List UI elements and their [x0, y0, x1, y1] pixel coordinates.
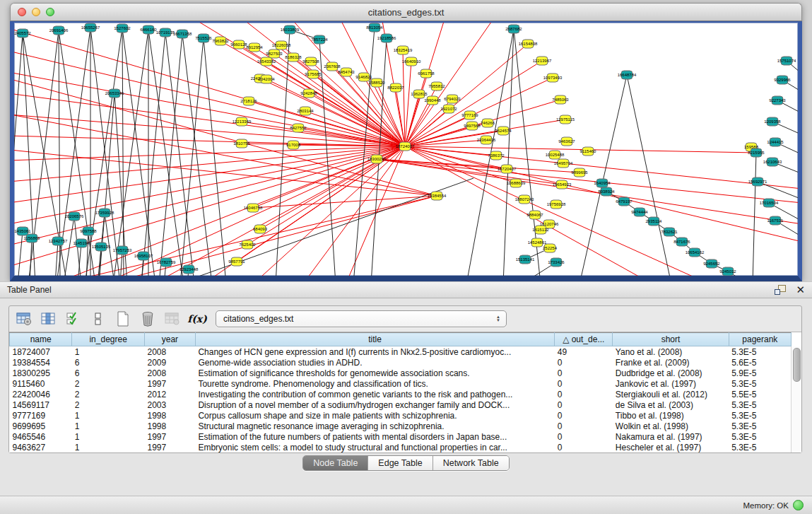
network-node[interactable]: 7832621 — [661, 228, 678, 236]
select-rows-icon[interactable] — [64, 310, 83, 328]
tab-node-table[interactable]: Node Table — [303, 456, 367, 470]
network-node[interactable]: 1156869 — [24, 234, 41, 243]
import-table-icon[interactable] — [163, 310, 182, 328]
table-row[interactable]: 969969511998Structural magnetic resonanc… — [10, 421, 792, 431]
tab-network-table[interactable]: Network Table — [433, 456, 509, 470]
close-window-button[interactable] — [18, 8, 26, 16]
network-node[interactable]: 12213369 — [233, 117, 252, 126]
column-header-short[interactable]: short — [613, 333, 729, 346]
network-node[interactable]: 15751074 — [777, 57, 796, 65]
table-row[interactable]: 2242004622012Investigating the contribut… — [10, 389, 792, 399]
table-vertical-scrollbar[interactable] — [791, 346, 801, 452]
network-node[interactable]: 20206576 — [65, 212, 84, 221]
close-panel-icon[interactable]: ✕ — [796, 285, 805, 295]
column-header-name[interactable]: name — [10, 333, 72, 346]
network-node[interactable]: 8471676 — [673, 238, 690, 246]
network-node[interactable]: 9115460 — [580, 147, 597, 156]
network-node[interactable]: 16648784 — [618, 71, 637, 79]
network-node[interactable]: 18226058 — [272, 41, 291, 49]
network-node[interactable]: 16640910 — [402, 57, 421, 66]
network-node[interactable]: 7515526 — [195, 34, 212, 42]
network-node[interactable]: 7857224 — [311, 35, 328, 44]
table-row[interactable]: 1830029562008Estimation of significance … — [10, 368, 792, 378]
network-node[interactable]: 8938924 — [598, 187, 615, 196]
column-header-out_de[interactable]: △ out_de... — [555, 333, 613, 346]
network-node[interactable]: 8822037 — [387, 83, 404, 92]
network-node[interactable]: 9884067 — [526, 211, 543, 219]
network-node[interactable]: 10655267 — [81, 23, 100, 32]
network-node[interactable]: 746266 — [481, 119, 495, 127]
network-node[interactable]: 9463627 — [558, 137, 575, 146]
network-node[interactable]: 19756928 — [547, 200, 566, 209]
table-row[interactable]: 946362711997Embryonic stem cells: a mode… — [10, 442, 792, 452]
network-node[interactable]: 9474444 — [631, 208, 648, 216]
table-settings-icon[interactable] — [15, 310, 33, 328]
network-node[interactable]: 16782759 — [157, 258, 176, 267]
formula-icon[interactable]: f(x) — [188, 310, 206, 328]
network-node[interactable]: 2687682 — [505, 25, 522, 33]
table-row[interactable]: 1456911722003Disruption of a novel membe… — [10, 399, 792, 410]
table-row[interactable]: 946554611997Estimation of the future num… — [10, 431, 792, 442]
network-node[interactable]: 9242848 — [300, 89, 317, 98]
tab-edge-table[interactable]: Edge Table — [367, 456, 432, 470]
network-node[interactable]: 917008 — [286, 141, 301, 149]
network-window-titlebar[interactable]: citations_edges.txt — [10, 3, 802, 21]
network-node[interactable]: 8454743 — [338, 68, 355, 76]
network-node[interactable]: 252254 — [543, 244, 558, 252]
new-table-icon[interactable] — [114, 310, 132, 328]
column-header-title[interactable]: title — [195, 333, 554, 346]
table-row[interactable]: 1938455462009Genome-wide association stu… — [10, 357, 792, 368]
network-node[interactable]: 2935114 — [646, 217, 663, 226]
zoom-window-button[interactable] — [46, 8, 54, 16]
network-node[interactable]: 18325419 — [394, 46, 413, 54]
network-node[interactable]: 10025488 — [546, 151, 565, 159]
network-node[interactable]: 12213967 — [533, 57, 552, 65]
network-node[interactable]: 23364436 — [477, 136, 496, 144]
network-node[interactable]: 12975115 — [556, 115, 575, 124]
network-node[interactable]: 1640954 — [594, 179, 611, 187]
network-node[interactable]: 1167531 — [767, 216, 784, 225]
network-node[interactable]: 7485063 — [552, 95, 569, 104]
network-node[interactable]: 7386372 — [488, 151, 505, 160]
table-header-row[interactable]: namein_degreeyeartitle△ out_de...shortpa… — [10, 333, 792, 346]
network-node[interactable]: 16495704 — [554, 159, 573, 168]
network-node[interactable]: 9097588 — [80, 227, 97, 235]
network-node[interactable]: 9899695 — [571, 168, 588, 177]
network-node[interactable]: 16033809 — [281, 25, 300, 34]
network-node[interactable]: 2405572 — [14, 29, 31, 37]
scrollbar-thumb[interactable] — [793, 348, 801, 382]
network-node[interactable]: 1527602 — [114, 24, 131, 33]
network-node[interactable]: 20653346 — [105, 89, 124, 98]
network-node[interactable]: 2803144 — [297, 107, 314, 115]
network-node[interactable]: 13505135 — [92, 243, 111, 251]
network-node[interactable]: 10654162 — [686, 248, 705, 257]
network-node[interactable]: 9660128 — [230, 40, 247, 49]
column-header-in_degree[interactable]: in_degree — [72, 333, 145, 346]
network-node[interactable]: 20691406 — [49, 26, 69, 35]
network-canvas[interactable]: 1872400718300295193845547963822966012889… — [14, 23, 798, 276]
float-panel-icon[interactable] — [775, 285, 786, 295]
table-select-dropdown[interactable]: citations_edges.txt ▲▼ — [216, 310, 507, 327]
delete-table-icon[interactable] — [139, 310, 157, 328]
network-node[interactable]: 1733426 — [548, 258, 565, 267]
network-node[interactable]: 10688609 — [507, 179, 526, 187]
column-header-pagerank[interactable]: pagerank — [729, 333, 791, 346]
network-node[interactable]: 1362815 — [411, 90, 428, 98]
network-node[interactable]: 1145194 — [73, 239, 90, 247]
network-node[interactable]: 6466160 — [140, 25, 157, 34]
network-node[interactable]: 6961758 — [418, 69, 435, 78]
network-node[interactable]: 16154808 — [519, 40, 538, 48]
network-node[interactable]: 19218586 — [377, 34, 396, 42]
network-node[interactable]: 16671358 — [173, 30, 192, 38]
network-node[interactable]: 1921072 — [440, 105, 457, 113]
table-row[interactable]: 911546021997Tourette syndrome. Phenomeno… — [10, 378, 792, 389]
network-node[interactable]: 684093 — [253, 225, 268, 233]
network-node[interactable]: 19654923 — [553, 180, 572, 189]
network-node[interactable]: 7955812 — [428, 82, 445, 90]
network-node[interactable]: 19384554 — [428, 192, 447, 200]
column-visibility-icon[interactable] — [40, 310, 58, 328]
network-node[interactable]: 7963822 — [212, 37, 229, 45]
minimize-window-button[interactable] — [32, 8, 40, 16]
column-header-year[interactable]: year — [145, 333, 196, 346]
row-height-icon[interactable] — [89, 310, 107, 328]
